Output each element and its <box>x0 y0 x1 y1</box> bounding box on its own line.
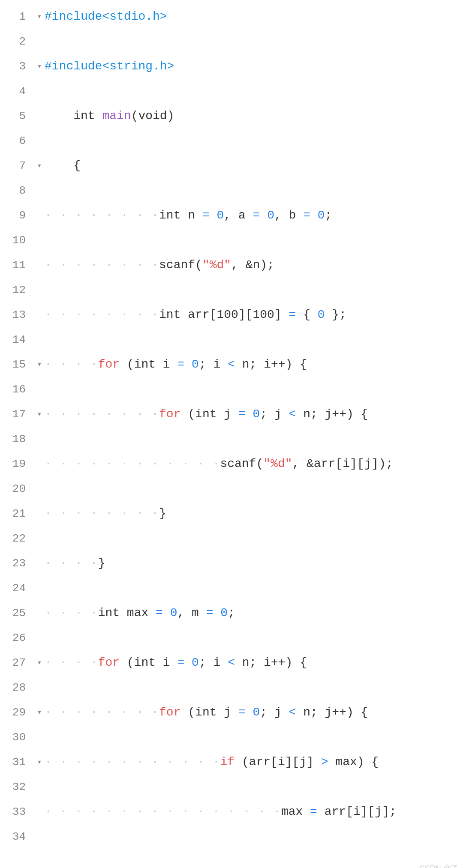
token-plain: , &arr[i][j]); <box>292 458 393 470</box>
token-op: > <box>321 756 328 768</box>
token-plain: n <box>180 210 202 221</box>
fold-indicator[interactable]: ▾ <box>34 659 45 667</box>
line-number: 7 <box>0 160 34 171</box>
code-line: 11· · · · · · · ·scanf("%d", &n); <box>0 253 463 278</box>
line-number: 12 <box>0 284 34 296</box>
code-line: 30 <box>0 725 463 750</box>
code-line: 32 <box>0 775 463 799</box>
token-dot-indent: · · · · · · · · <box>45 508 159 520</box>
token-plain: ; j <box>260 408 289 420</box>
code-line: 14 <box>0 327 463 352</box>
code-line: 13· · · · · · · ·int arr[100][100] = { 0… <box>0 302 463 327</box>
token-op: = <box>156 607 163 619</box>
code-line: 1▾#include<stdio.h> <box>0 4 463 29</box>
line-number: 6 <box>0 135 34 147</box>
code-line: 34 <box>0 824 463 849</box>
fold-indicator[interactable]: ▾ <box>34 758 45 766</box>
token-op: = <box>238 706 246 718</box>
code-tokens: · · · · · · · ·scanf("%d", &n); <box>45 259 463 271</box>
code-line: 9· · · · · · · ·int n = 0, a = 0, b = 0; <box>0 203 463 228</box>
line-number: 11 <box>0 260 34 271</box>
token-plain <box>184 657 192 669</box>
line-number: 33 <box>0 806 34 817</box>
line-number: 27 <box>0 657 34 668</box>
token-num: 0 <box>318 309 325 321</box>
token-plain <box>213 607 221 619</box>
line-number: 1 <box>0 11 34 22</box>
code-tokens: #include<string.h> <box>45 60 463 72</box>
token-plain: max <box>281 806 310 818</box>
code-line: 19· · · · · · · · · · · ·scanf("%d", &ar… <box>0 452 463 476</box>
token-plain: , a <box>224 210 253 221</box>
line-number: 28 <box>0 682 34 693</box>
token-plain: (int j <box>180 706 238 718</box>
code-line: 5 int main(void) <box>0 104 463 129</box>
token-op: < <box>228 657 235 669</box>
line-number: 14 <box>0 334 34 345</box>
fold-indicator[interactable]: ▾ <box>34 361 45 368</box>
token-plain: ; i <box>199 657 228 669</box>
token-plain <box>246 706 253 718</box>
token-num: 0 <box>192 657 199 669</box>
token-plain <box>246 408 253 420</box>
token-plain: int <box>45 110 102 122</box>
token-num: 0 <box>253 408 260 420</box>
fold-indicator[interactable]: ▾ <box>34 13 45 21</box>
token-plain: { <box>45 160 81 172</box>
token-op: = <box>289 309 296 321</box>
code-line: 10 <box>0 228 463 253</box>
token-plain: } <box>159 508 166 520</box>
line-number: 18 <box>0 434 34 445</box>
token-plain: ; j <box>260 706 289 718</box>
code-line: 29▾· · · · · · · ·for (int j = 0; j < n;… <box>0 700 463 725</box>
code-line: 23· · · ·} <box>0 551 463 576</box>
fold-indicator[interactable]: ▾ <box>34 162 45 170</box>
code-tokens: #include<stdio.h> <box>45 11 463 23</box>
line-number: 10 <box>0 235 34 246</box>
code-tokens: · · · ·int max = 0, m = 0; <box>45 607 463 619</box>
token-kw-include: #include<stdio.h> <box>45 11 167 23</box>
token-fn-main: main <box>102 110 131 122</box>
token-op: = <box>202 210 210 221</box>
watermark: CSDN @乙 <box>419 865 459 868</box>
line-number: 22 <box>0 533 34 544</box>
code-line: 17▾· · · · · · · ·for (int j = 0; j < n;… <box>0 402 463 427</box>
token-plain: scanf( <box>159 259 202 271</box>
token-dot-indent: · · · · <box>45 657 98 669</box>
code-tokens: · · · ·for (int i = 0; i < n; i++) { <box>45 359 463 371</box>
code-editor: 1▾#include<stdio.h>23▾#include<string.h>… <box>0 0 463 868</box>
token-dot-indent: · · · · <box>45 557 98 569</box>
code-line: 27▾· · · ·for (int i = 0; i < n; i++) { <box>0 650 463 675</box>
token-plain: (arr[i][j] <box>235 756 321 768</box>
code-line: 15▾· · · ·for (int i = 0; i < n; i++) { <box>0 352 463 377</box>
fold-indicator[interactable]: ▾ <box>34 63 45 70</box>
fold-indicator[interactable]: ▾ <box>34 709 45 716</box>
code-tokens: { <box>45 160 463 172</box>
token-plain: max) { <box>328 756 379 768</box>
code-tokens: · · · · · · · · · · · ·if (arr[i][j] > m… <box>45 756 463 768</box>
line-number: 34 <box>0 831 34 842</box>
code-line: 20 <box>0 476 463 501</box>
token-plain: n; j++) { <box>296 408 368 420</box>
token-dot-indent: · · · · · · · · <box>45 210 159 221</box>
line-number: 29 <box>0 707 34 718</box>
token-dot-indent: · · · · · · · · · · · · <box>45 458 220 470</box>
token-op: = <box>238 408 246 420</box>
token-plain: max <box>120 607 156 619</box>
token-plain: int <box>159 309 180 321</box>
token-plain: , &n); <box>231 259 274 271</box>
token-plain: { <box>296 309 317 321</box>
token-plain: arr[i][j]; <box>317 806 397 818</box>
token-dot-indent: · · · · <box>45 359 98 371</box>
token-plain: int <box>159 210 180 221</box>
token-plain <box>260 210 267 221</box>
token-plain: int <box>98 607 120 619</box>
token-op: = <box>177 657 184 669</box>
token-dot-indent: · · · · · · · · <box>45 408 159 420</box>
code-content-area[interactable]: 1▾#include<stdio.h>23▾#include<string.h>… <box>0 0 463 868</box>
token-kw-for: for <box>159 408 180 420</box>
token-num: 0 <box>170 607 177 619</box>
token-plain: (void) <box>131 110 174 122</box>
token-op: < <box>228 359 235 371</box>
fold-indicator[interactable]: ▾ <box>34 410 45 418</box>
